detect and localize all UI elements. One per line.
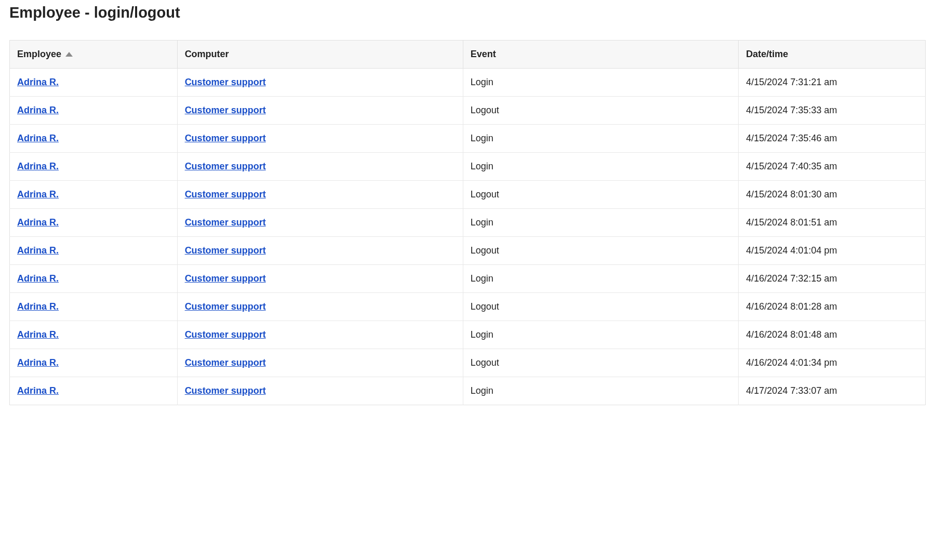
cell-computer: Customer support [177, 237, 463, 265]
cell-event: Login [463, 265, 739, 293]
cell-employee: Adrina R. [10, 321, 178, 349]
employee-link[interactable]: Adrina R. [17, 133, 59, 143]
cell-employee: Adrina R. [10, 181, 178, 209]
cell-event: Logout [463, 181, 739, 209]
col-header-event[interactable]: Event [463, 41, 739, 69]
col-header-datetime-label: Date/time [746, 49, 788, 59]
table-row: Adrina R.Customer supportLogout4/15/2024… [10, 97, 926, 125]
employee-link[interactable]: Adrina R. [17, 301, 59, 312]
cell-event: Login [463, 125, 739, 153]
computer-link[interactable]: Customer support [185, 245, 266, 256]
cell-datetime: 4/16/2024 4:01:34 pm [739, 349, 926, 377]
sort-asc-icon [65, 52, 73, 57]
employee-link[interactable]: Adrina R. [17, 357, 59, 368]
employee-link[interactable]: Adrina R. [17, 77, 59, 87]
login-logout-table: Employee Computer Event Date/time Adrina… [9, 40, 926, 405]
table-row: Adrina R.Customer supportLogin4/15/2024 … [10, 153, 926, 181]
cell-datetime: 4/15/2024 7:35:33 am [739, 97, 926, 125]
cell-event: Logout [463, 349, 739, 377]
cell-event: Login [463, 69, 739, 97]
cell-event: Login [463, 209, 739, 237]
cell-computer: Customer support [177, 293, 463, 321]
col-header-employee-label: Employee [17, 49, 61, 60]
cell-datetime: 4/16/2024 8:01:28 am [739, 293, 926, 321]
cell-computer: Customer support [177, 377, 463, 405]
cell-computer: Customer support [177, 265, 463, 293]
cell-datetime: 4/15/2024 4:01:04 pm [739, 237, 926, 265]
cell-computer: Customer support [177, 321, 463, 349]
computer-link[interactable]: Customer support [185, 161, 266, 171]
cell-employee: Adrina R. [10, 125, 178, 153]
cell-datetime: 4/15/2024 7:40:35 am [739, 153, 926, 181]
table-row: Adrina R.Customer supportLogin4/15/2024 … [10, 209, 926, 237]
cell-event: Logout [463, 97, 739, 125]
page-title: Employee - login/logout [9, 4, 926, 21]
table-row: Adrina R.Customer supportLogin4/15/2024 … [10, 125, 926, 153]
cell-computer: Customer support [177, 181, 463, 209]
cell-event: Login [463, 377, 739, 405]
cell-computer: Customer support [177, 97, 463, 125]
cell-datetime: 4/17/2024 7:33:07 am [739, 377, 926, 405]
cell-computer: Customer support [177, 69, 463, 97]
employee-link[interactable]: Adrina R. [17, 245, 59, 256]
table-row: Adrina R.Customer supportLogout4/16/2024… [10, 349, 926, 377]
employee-link[interactable]: Adrina R. [17, 217, 59, 228]
cell-computer: Customer support [177, 349, 463, 377]
table-row: Adrina R.Customer supportLogout4/16/2024… [10, 293, 926, 321]
cell-employee: Adrina R. [10, 293, 178, 321]
cell-computer: Customer support [177, 125, 463, 153]
col-header-event-label: Event [471, 49, 496, 59]
employee-link[interactable]: Adrina R. [17, 189, 59, 199]
cell-event: Login [463, 153, 739, 181]
cell-computer: Customer support [177, 153, 463, 181]
table-row: Adrina R.Customer supportLogin4/15/2024 … [10, 69, 926, 97]
table-row: Adrina R.Customer supportLogin4/16/2024 … [10, 321, 926, 349]
col-header-computer-label: Computer [185, 49, 229, 59]
table-row: Adrina R.Customer supportLogin4/16/2024 … [10, 265, 926, 293]
cell-employee: Adrina R. [10, 265, 178, 293]
computer-link[interactable]: Customer support [185, 357, 266, 368]
col-header-computer[interactable]: Computer [177, 41, 463, 69]
employee-link[interactable]: Adrina R. [17, 105, 59, 115]
computer-link[interactable]: Customer support [185, 105, 266, 115]
computer-link[interactable]: Customer support [185, 273, 266, 284]
cell-employee: Adrina R. [10, 349, 178, 377]
cell-datetime: 4/15/2024 8:01:30 am [739, 181, 926, 209]
col-header-employee[interactable]: Employee [10, 41, 178, 69]
cell-datetime: 4/16/2024 7:32:15 am [739, 265, 926, 293]
computer-link[interactable]: Customer support [185, 77, 266, 87]
employee-link[interactable]: Adrina R. [17, 329, 59, 340]
table-row: Adrina R.Customer supportLogout4/15/2024… [10, 237, 926, 265]
cell-datetime: 4/15/2024 7:31:21 am [739, 69, 926, 97]
cell-employee: Adrina R. [10, 237, 178, 265]
cell-event: Logout [463, 293, 739, 321]
table-row: Adrina R.Customer supportLogout4/15/2024… [10, 181, 926, 209]
table-row: Adrina R.Customer supportLogin4/17/2024 … [10, 377, 926, 405]
cell-employee: Adrina R. [10, 377, 178, 405]
cell-datetime: 4/15/2024 7:35:46 am [739, 125, 926, 153]
col-header-datetime[interactable]: Date/time [739, 41, 926, 69]
cell-employee: Adrina R. [10, 69, 178, 97]
computer-link[interactable]: Customer support [185, 385, 266, 396]
cell-employee: Adrina R. [10, 153, 178, 181]
cell-event: Logout [463, 237, 739, 265]
cell-computer: Customer support [177, 209, 463, 237]
cell-datetime: 4/16/2024 8:01:48 am [739, 321, 926, 349]
cell-employee: Adrina R. [10, 209, 178, 237]
computer-link[interactable]: Customer support [185, 301, 266, 312]
cell-event: Login [463, 321, 739, 349]
employee-link[interactable]: Adrina R. [17, 385, 59, 396]
employee-link[interactable]: Adrina R. [17, 273, 59, 284]
computer-link[interactable]: Customer support [185, 133, 266, 143]
cell-datetime: 4/15/2024 8:01:51 am [739, 209, 926, 237]
computer-link[interactable]: Customer support [185, 329, 266, 340]
computer-link[interactable]: Customer support [185, 217, 266, 228]
cell-employee: Adrina R. [10, 97, 178, 125]
employee-link[interactable]: Adrina R. [17, 161, 59, 171]
computer-link[interactable]: Customer support [185, 189, 266, 199]
